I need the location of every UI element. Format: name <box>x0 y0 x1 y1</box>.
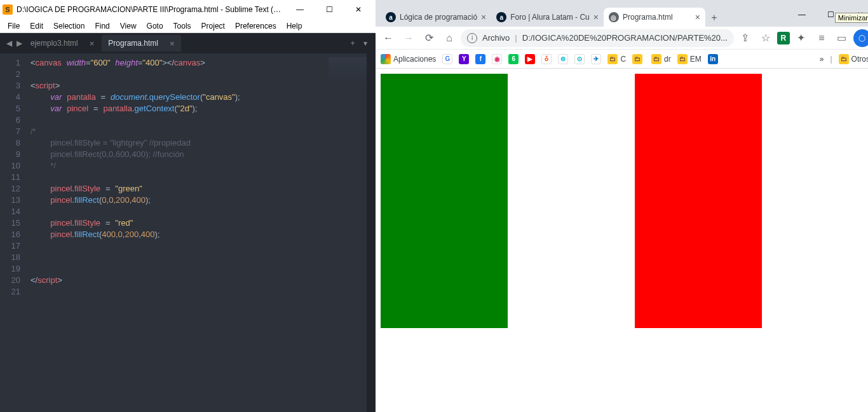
bookmark-folder-em[interactable]: 🗀EM <box>677 54 702 64</box>
line-number-gutter: 123456789101112131415161718192021 <box>0 53 25 412</box>
extensions-puzzle-icon[interactable]: ✦ <box>792 29 810 47</box>
bookmark-item[interactable]: ǒ <box>541 54 552 64</box>
menu-selection[interactable]: Selection <box>48 20 90 32</box>
tab-close-icon[interactable]: × <box>593 12 599 22</box>
tab-nav-forward-icon[interactable]: ▶ <box>14 39 24 48</box>
apps-label: Aplicaciones <box>393 55 436 64</box>
menu-preferences[interactable]: Preferences <box>230 20 281 32</box>
tab-close-icon[interactable]: × <box>481 12 486 22</box>
bookmark-folder-otros[interactable]: 🗀Otros <box>839 54 868 64</box>
extension-r-icon[interactable]: R <box>777 32 790 45</box>
reading-list-icon[interactable]: ≡ <box>813 29 831 47</box>
omnibox[interactable]: i Archivo | D:/IOGICA%20DE%20PROGRAMACIO… <box>461 29 734 47</box>
sublime-titlebar[interactable]: S D:\IOGICA DE PROGRAMACION\PARTE III\Pr… <box>0 0 376 19</box>
bookmark-item[interactable]: ⊙ <box>574 54 585 64</box>
sublime-close-button[interactable]: ✕ <box>344 0 373 19</box>
url-text: D:/IOGICA%20DE%20PROGRAMACION/PARTE%20..… <box>522 33 728 43</box>
bookmark-linkedin[interactable]: in <box>708 54 718 64</box>
editor-tab-programa[interactable]: Programa.html × <box>102 35 180 52</box>
menu-project[interactable]: Project <box>196 20 230 32</box>
minimap[interactable] <box>329 57 367 95</box>
sublime-title-text: D:\IOGICA DE PROGRAMACION\PARTE III\Prog… <box>17 5 285 14</box>
favicon-file-icon: ◎ <box>609 12 619 22</box>
browser-tab-logica[interactable]: a Lógica de programació × <box>381 8 491 27</box>
menu-edit[interactable]: Edit <box>25 20 48 32</box>
chrome-minimize-button[interactable]: — <box>787 5 817 24</box>
profile-avatar-icon[interactable]: ◯ <box>853 29 868 47</box>
tab-close-icon[interactable]: × <box>695 12 700 22</box>
bookmark-green6[interactable]: 6 <box>508 54 519 64</box>
tab-close-icon[interactable]: × <box>170 39 175 48</box>
bookmark-folder[interactable]: 🗀 <box>632 54 645 64</box>
new-tab-button[interactable]: + <box>705 9 723 27</box>
favicon-alura-icon: a <box>386 12 396 22</box>
editor-tab-ejemplo3[interactable]: ejemplo3.html × <box>24 35 100 52</box>
site-info-icon[interactable]: i <box>467 33 477 43</box>
chrome-window: a Lógica de programació × a Foro | Alura… <box>376 0 868 412</box>
tab-close-icon[interactable]: × <box>90 39 95 48</box>
bookmark-folder-dr[interactable]: 🗀dr <box>651 54 671 64</box>
home-button[interactable]: ⌂ <box>440 29 458 47</box>
share-icon[interactable]: ⇪ <box>736 29 754 47</box>
nav-back-button[interactable]: ← <box>379 29 397 47</box>
chrome-toolbar: ← → ⟳ ⌂ i Archivo | D:/IOGICA%20DE%20PRO… <box>376 27 868 50</box>
reload-button[interactable]: ⟳ <box>420 29 438 47</box>
tab-label: ejemplo3.html <box>31 39 78 48</box>
menu-tools[interactable]: Tools <box>168 20 196 32</box>
bookmark-google[interactable]: G <box>442 54 452 64</box>
tab-dropdown-icon[interactable]: ▾ <box>359 39 372 48</box>
sublime-maximize-button[interactable]: ☐ <box>315 0 344 19</box>
bookmarks-bar: Aplicaciones G Y f ◉ 6 ▶ ǒ ⊚ ⊙ ✈ 🗀C 🗀 🗀d… <box>376 50 868 69</box>
apps-shortcut[interactable]: Aplicaciones <box>381 54 436 64</box>
canvas-output <box>381 74 762 328</box>
sublime-tabstrip: ◀ ▶ ejemplo3.html × Programa.html × + ▾ <box>0 33 376 53</box>
tab-nav-back-icon[interactable]: ◀ <box>4 39 14 48</box>
sublime-minimize-button[interactable]: — <box>285 0 315 19</box>
bookmark-facebook[interactable]: f <box>475 54 485 64</box>
browser-tab-programa[interactable]: ◎ Programa.html × <box>604 8 705 27</box>
menu-file[interactable]: File <box>3 20 25 32</box>
menu-find[interactable]: Find <box>90 20 114 32</box>
minimize-tooltip: Minimizar <box>835 13 868 23</box>
url-scheme-label: Archivo <box>482 33 510 43</box>
bookmark-folder-c[interactable]: 🗀C <box>607 54 626 64</box>
bookmark-yahoo[interactable]: Y <box>459 54 469 64</box>
tab-label: Programa.html <box>108 39 158 48</box>
sublime-editor-body: 123456789101112131415161718192021 <canva… <box>0 53 376 412</box>
bookmarks-overflow-icon[interactable]: » <box>820 55 824 64</box>
page-viewport <box>376 69 868 412</box>
tab-label: Programa.html <box>623 13 691 22</box>
editor-scrollbar[interactable] <box>367 53 376 412</box>
code-editor-area[interactable]: <canvas width="600" height="400"></canva… <box>25 53 376 412</box>
browser-tab-foro[interactable]: a Foro | Alura Latam - Cu × <box>491 8 604 27</box>
menu-view[interactable]: View <box>115 20 142 32</box>
bookmark-youtube[interactable]: ▶ <box>525 54 535 64</box>
chrome-tabstrip: a Lógica de programació × a Foro | Alura… <box>376 5 868 27</box>
favicon-alura-icon: a <box>496 12 506 22</box>
sublime-menubar: File Edit Selection Find View Goto Tools… <box>0 19 376 33</box>
cast-icon[interactable]: ▭ <box>833 29 851 47</box>
bookmark-instagram[interactable]: ◉ <box>492 54 502 64</box>
bookmark-item[interactable]: ✈ <box>591 54 601 64</box>
tab-label: Lógica de programació <box>400 13 477 22</box>
menu-help[interactable]: Help <box>281 20 308 32</box>
bookmark-item[interactable]: ⊚ <box>558 54 568 64</box>
nav-forward-button[interactable]: → <box>400 29 417 47</box>
menu-goto[interactable]: Goto <box>142 20 168 32</box>
bookmark-star-icon[interactable]: ☆ <box>757 29 775 47</box>
sublime-window: S D:\IOGICA DE PROGRAMACION\PARTE III\Pr… <box>0 0 376 412</box>
tab-label: Foro | Alura Latam - Cu <box>510 13 590 22</box>
sublime-app-icon: S <box>3 4 13 15</box>
tab-new-icon[interactable]: + <box>346 39 359 48</box>
